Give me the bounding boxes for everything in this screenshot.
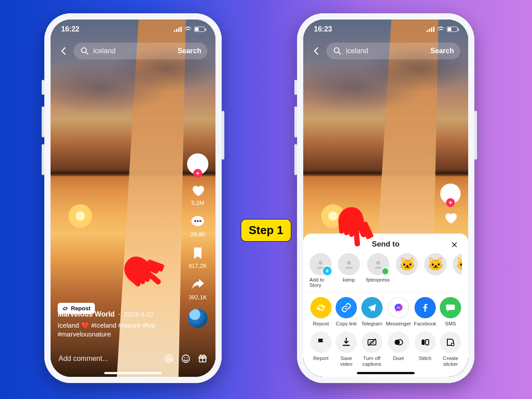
dot: ·: [118, 310, 120, 318]
share-stitch[interactable]: Stitch: [414, 332, 436, 367]
svg-point-16: [376, 261, 380, 265]
share-messenger[interactable]: Messenger: [386, 297, 411, 327]
person-icon: [343, 258, 355, 270]
signal-icon: [174, 27, 182, 32]
chevron-left-icon: [312, 46, 321, 56]
search-field[interactable]: iceland Search: [74, 43, 207, 59]
home-indicator: [104, 372, 162, 374]
share-count: 392,1K: [188, 294, 207, 301]
share-label: Repost: [313, 321, 329, 327]
contact-label: kienp: [343, 277, 355, 282]
share-repost[interactable]: Repost: [309, 297, 332, 327]
comment-icon: [190, 214, 205, 229]
back-button[interactable]: [59, 46, 69, 56]
share-facebook[interactable]: Facebook: [414, 297, 436, 327]
contact-item-obscured[interactable]: 🐱: [453, 253, 462, 288]
avatar-icon: [187, 153, 208, 175]
share-label: Telegram: [361, 321, 382, 327]
search-field[interactable]: iceland Search: [326, 43, 460, 59]
contact-item[interactable]: fptexpress: [366, 253, 390, 288]
phone-screen: 16:23 iceland Search: [303, 20, 468, 377]
save-count: 817,2K: [188, 262, 207, 269]
share-report[interactable]: Report: [309, 332, 332, 367]
share-icon: [190, 277, 205, 292]
share-create-sticker[interactable]: Create sticker: [439, 332, 462, 367]
bookmark-icon: [190, 246, 205, 261]
share-button[interactable]: 392,1K: [188, 277, 207, 301]
back-button[interactable]: [311, 46, 322, 56]
svg-point-9: [187, 357, 188, 358]
svg-point-13: [334, 48, 339, 53]
svg-point-4: [200, 220, 201, 222]
share-save-video[interactable]: Save video: [335, 332, 357, 367]
share-label: Messenger: [386, 321, 411, 327]
svg-point-3: [197, 220, 199, 222]
video-caption[interactable]: Iceland ❤️ #Iceland #nature #fyp #marvel…: [58, 321, 180, 339]
signal-icon: [426, 27, 434, 32]
heart-icon: [190, 183, 205, 198]
avatar-icon: 🐱: [424, 253, 446, 275]
facebook-icon: [415, 297, 436, 318]
share-label: Create sticker: [439, 356, 462, 367]
download-icon: [336, 332, 357, 353]
share-label: SMS: [445, 321, 456, 327]
share-duet[interactable]: Duet: [386, 332, 411, 367]
top-search-row: iceland Search: [51, 42, 215, 60]
home-indicator: [357, 372, 415, 374]
comment-button[interactable]: 29,8K: [190, 214, 205, 238]
share-turn-off-captions[interactable]: CC Turn off captions: [360, 332, 383, 367]
sound-disc[interactable]: [188, 309, 207, 328]
share-sms[interactable]: SMS: [439, 297, 462, 327]
telegram-icon: [361, 297, 383, 318]
svg-point-14: [319, 261, 323, 265]
status-time: 16:22: [61, 25, 79, 33]
share-sheet-title-text: Send to: [372, 240, 399, 248]
repost-icon: [310, 297, 332, 318]
disc-icon: [188, 309, 207, 328]
cat-sticker-icon: 🐱: [399, 258, 415, 271]
search-query: iceland: [93, 47, 178, 55]
emoji-icon[interactable]: [181, 354, 191, 364]
search-icon: [332, 46, 342, 56]
gift-icon[interactable]: [198, 354, 207, 364]
share-apps-row: Repost Copy link Telegram Messenger Face…: [309, 297, 462, 367]
action-rail: 5,1M 29,8K 817,2K 392,1K: [185, 153, 210, 328]
phone-side-button: [294, 80, 297, 95]
status-icons: [174, 27, 205, 32]
search-button[interactable]: Search: [178, 47, 201, 55]
profile-avatar[interactable]: [440, 184, 461, 204]
close-button[interactable]: [449, 239, 460, 250]
like-button[interactable]: 5,1M: [190, 183, 205, 206]
status-bar: 16:22: [51, 20, 215, 39]
author-name[interactable]: Marvelous World: [58, 310, 115, 318]
status-bar: 16:23: [303, 20, 468, 39]
like-button[interactable]: [443, 210, 458, 225]
search-button[interactable]: Search: [430, 47, 454, 55]
profile-avatar[interactable]: [187, 153, 208, 175]
mention-icon[interactable]: [164, 354, 174, 364]
comment-input[interactable]: Add comment...: [59, 355, 157, 363]
tutorial-pointer: [318, 202, 376, 260]
share-label: Copy link: [336, 321, 356, 327]
share-label: Stitch: [419, 356, 431, 361]
phone-side-button: [474, 111, 477, 160]
phone-side-button: [222, 111, 224, 160]
captions-off-icon: CC: [361, 332, 383, 353]
share-label: Facebook: [414, 321, 437, 327]
share-telegram[interactable]: Telegram: [360, 297, 383, 327]
contact-label: fptexpress: [366, 277, 390, 282]
wifi-icon: [437, 27, 444, 32]
top-search-row: iceland Search: [303, 42, 468, 60]
save-button[interactable]: 817,2K: [188, 246, 207, 269]
comment-count: 29,8K: [190, 231, 205, 238]
contact-item-obscured[interactable]: 🐱: [424, 253, 446, 288]
search-query: iceland: [346, 47, 430, 55]
contact-item-obscured[interactable]: 🐱: [396, 253, 418, 288]
phone-right: 16:23 iceland Search: [297, 13, 474, 383]
share-label: Turn off captions: [360, 356, 383, 367]
person-icon: [372, 258, 384, 270]
share-copy-link[interactable]: Copy link: [335, 297, 357, 327]
like-count: 5,1M: [192, 200, 204, 206]
contact-item[interactable]: kienp: [338, 253, 360, 288]
comment-bar: Add comment...: [51, 348, 215, 369]
